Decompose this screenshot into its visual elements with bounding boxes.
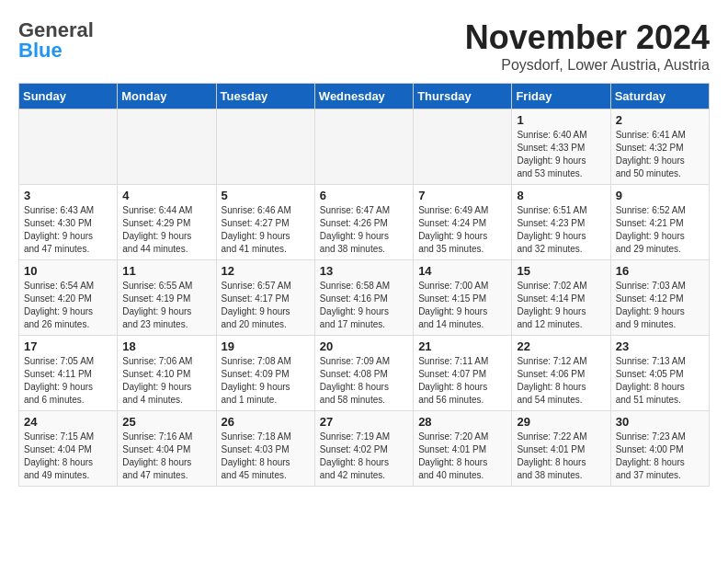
- logo: General Blue: [18, 18, 92, 63]
- day-info: Sunrise: 6:57 AM Sunset: 4:17 PM Dayligh…: [222, 280, 310, 331]
- day-info: Sunrise: 6:51 AM Sunset: 4:23 PM Dayligh…: [517, 204, 605, 256]
- calendar-table: SundayMondayTuesdayWednesdayThursdayFrid…: [18, 83, 710, 487]
- page-header: General Blue November 2024 Poysdorf, Low…: [18, 18, 710, 74]
- day-number: 13: [320, 264, 408, 278]
- header-day-wednesday: Wednesday: [314, 84, 413, 109]
- calendar-cell: 6Sunrise: 6:47 AM Sunset: 4:26 PM Daylig…: [314, 185, 413, 260]
- calendar-cell: 25Sunrise: 7:16 AM Sunset: 4:04 PM Dayli…: [118, 411, 216, 487]
- day-number: 21: [418, 339, 506, 353]
- title-section: November 2024 Poysdorf, Lower Austria, A…: [465, 18, 710, 74]
- header-day-tuesday: Tuesday: [216, 84, 314, 109]
- calendar-week-3: 10Sunrise: 6:54 AM Sunset: 4:20 PM Dayli…: [19, 260, 710, 336]
- calendar-cell: 11Sunrise: 6:55 AM Sunset: 4:19 PM Dayli…: [118, 260, 216, 336]
- calendar-cell: 9Sunrise: 6:52 AM Sunset: 4:21 PM Daylig…: [610, 185, 709, 260]
- header-day-friday: Friday: [512, 84, 610, 109]
- header-day-thursday: Thursday: [414, 84, 512, 109]
- calendar-cell: 15Sunrise: 7:02 AM Sunset: 4:14 PM Dayli…: [512, 260, 610, 336]
- day-number: 4: [122, 189, 210, 202]
- calendar-cell: 5Sunrise: 6:46 AM Sunset: 4:27 PM Daylig…: [216, 185, 314, 260]
- day-info: Sunrise: 6:55 AM Sunset: 4:19 PM Dayligh…: [122, 280, 210, 331]
- day-number: 15: [517, 264, 605, 278]
- day-info: Sunrise: 6:43 AM Sunset: 4:30 PM Dayligh…: [24, 204, 112, 256]
- day-number: 29: [517, 415, 605, 429]
- day-info: Sunrise: 7:03 AM Sunset: 4:12 PM Dayligh…: [616, 280, 704, 331]
- calendar-cell: 4Sunrise: 6:44 AM Sunset: 4:29 PM Daylig…: [118, 185, 216, 260]
- day-number: 8: [517, 189, 605, 202]
- day-number: 19: [222, 339, 310, 353]
- day-info: Sunrise: 6:58 AM Sunset: 4:16 PM Dayligh…: [320, 280, 408, 331]
- calendar-cell: [414, 109, 512, 185]
- calendar-cell: 24Sunrise: 7:15 AM Sunset: 4:04 PM Dayli…: [19, 411, 118, 487]
- header-day-monday: Monday: [118, 84, 216, 109]
- day-info: Sunrise: 7:02 AM Sunset: 4:14 PM Dayligh…: [517, 280, 605, 331]
- calendar-cell: 3Sunrise: 6:43 AM Sunset: 4:30 PM Daylig…: [19, 185, 118, 260]
- calendar-cell: 26Sunrise: 7:18 AM Sunset: 4:03 PM Dayli…: [216, 411, 314, 487]
- day-number: 7: [418, 189, 506, 202]
- calendar-cell: 14Sunrise: 7:00 AM Sunset: 4:15 PM Dayli…: [414, 260, 512, 336]
- day-number: 16: [616, 264, 704, 278]
- day-info: Sunrise: 7:19 AM Sunset: 4:02 PM Dayligh…: [320, 431, 408, 482]
- header-day-sunday: Sunday: [19, 84, 118, 109]
- day-info: Sunrise: 6:47 AM Sunset: 4:26 PM Dayligh…: [320, 204, 408, 256]
- calendar-cell: 18Sunrise: 7:06 AM Sunset: 4:10 PM Dayli…: [118, 336, 216, 411]
- calendar-cell: 29Sunrise: 7:22 AM Sunset: 4:01 PM Dayli…: [512, 411, 610, 487]
- calendar-cell: [19, 109, 118, 185]
- calendar-header-row: SundayMondayTuesdayWednesdayThursdayFrid…: [19, 84, 710, 109]
- calendar-cell: 17Sunrise: 7:05 AM Sunset: 4:11 PM Dayli…: [19, 336, 118, 411]
- day-info: Sunrise: 7:23 AM Sunset: 4:00 PM Dayligh…: [616, 431, 704, 482]
- day-info: Sunrise: 7:18 AM Sunset: 4:03 PM Dayligh…: [222, 431, 310, 482]
- day-number: 27: [320, 415, 408, 429]
- calendar-title: November 2024: [465, 18, 710, 57]
- day-info: Sunrise: 6:41 AM Sunset: 4:32 PM Dayligh…: [616, 129, 704, 180]
- calendar-week-2: 3Sunrise: 6:43 AM Sunset: 4:30 PM Daylig…: [19, 185, 710, 260]
- day-number: 3: [24, 189, 112, 202]
- day-number: 22: [517, 339, 605, 353]
- calendar-cell: 19Sunrise: 7:08 AM Sunset: 4:09 PM Dayli…: [216, 336, 314, 411]
- day-number: 23: [616, 339, 704, 353]
- day-info: Sunrise: 6:44 AM Sunset: 4:29 PM Dayligh…: [122, 204, 210, 256]
- day-info: Sunrise: 7:05 AM Sunset: 4:11 PM Dayligh…: [24, 355, 112, 407]
- calendar-cell: 2Sunrise: 6:41 AM Sunset: 4:32 PM Daylig…: [610, 109, 709, 185]
- calendar-cell: 21Sunrise: 7:11 AM Sunset: 4:07 PM Dayli…: [414, 336, 512, 411]
- day-number: 9: [616, 189, 704, 202]
- day-number: 6: [320, 189, 408, 202]
- day-info: Sunrise: 7:20 AM Sunset: 4:01 PM Dayligh…: [418, 431, 506, 482]
- day-info: Sunrise: 7:15 AM Sunset: 4:04 PM Dayligh…: [24, 431, 112, 482]
- day-info: Sunrise: 7:16 AM Sunset: 4:04 PM Dayligh…: [122, 431, 210, 482]
- calendar-cell: 28Sunrise: 7:20 AM Sunset: 4:01 PM Dayli…: [414, 411, 512, 487]
- calendar-cell: 22Sunrise: 7:12 AM Sunset: 4:06 PM Dayli…: [512, 336, 610, 411]
- calendar-cell: 8Sunrise: 6:51 AM Sunset: 4:23 PM Daylig…: [512, 185, 610, 260]
- calendar-cell: 7Sunrise: 6:49 AM Sunset: 4:24 PM Daylig…: [414, 185, 512, 260]
- calendar-week-4: 17Sunrise: 7:05 AM Sunset: 4:11 PM Dayli…: [19, 336, 710, 411]
- day-info: Sunrise: 7:22 AM Sunset: 4:01 PM Dayligh…: [517, 431, 605, 482]
- day-info: Sunrise: 7:11 AM Sunset: 4:07 PM Dayligh…: [418, 355, 506, 407]
- day-info: Sunrise: 6:46 AM Sunset: 4:27 PM Dayligh…: [222, 204, 310, 256]
- header-day-saturday: Saturday: [610, 84, 709, 109]
- day-number: 5: [222, 189, 310, 202]
- day-number: 10: [24, 264, 112, 278]
- calendar-cell: 1Sunrise: 6:40 AM Sunset: 4:33 PM Daylig…: [512, 109, 610, 185]
- calendar-cell: [118, 109, 216, 185]
- day-info: Sunrise: 7:08 AM Sunset: 4:09 PM Dayligh…: [222, 355, 310, 407]
- calendar-week-5: 24Sunrise: 7:15 AM Sunset: 4:04 PM Dayli…: [19, 411, 710, 487]
- day-number: 28: [418, 415, 506, 429]
- calendar-cell: 10Sunrise: 6:54 AM Sunset: 4:20 PM Dayli…: [19, 260, 118, 336]
- day-info: Sunrise: 7:06 AM Sunset: 4:10 PM Dayligh…: [122, 355, 210, 407]
- day-number: 2: [616, 113, 704, 127]
- day-number: 30: [616, 415, 704, 429]
- day-info: Sunrise: 7:09 AM Sunset: 4:08 PM Dayligh…: [320, 355, 408, 407]
- day-info: Sunrise: 7:00 AM Sunset: 4:15 PM Dayligh…: [418, 280, 506, 331]
- calendar-week-1: 1Sunrise: 6:40 AM Sunset: 4:33 PM Daylig…: [19, 109, 710, 185]
- calendar-cell: 13Sunrise: 6:58 AM Sunset: 4:16 PM Dayli…: [314, 260, 413, 336]
- calendar-cell: 23Sunrise: 7:13 AM Sunset: 4:05 PM Dayli…: [610, 336, 709, 411]
- day-info: Sunrise: 7:13 AM Sunset: 4:05 PM Dayligh…: [616, 355, 704, 407]
- day-number: 1: [517, 113, 605, 127]
- day-number: 14: [418, 264, 506, 278]
- day-number: 25: [122, 415, 210, 429]
- calendar-cell: 27Sunrise: 7:19 AM Sunset: 4:02 PM Dayli…: [314, 411, 413, 487]
- day-number: 17: [24, 339, 112, 353]
- calendar-cell: 30Sunrise: 7:23 AM Sunset: 4:00 PM Dayli…: [610, 411, 709, 487]
- calendar-cell: 16Sunrise: 7:03 AM Sunset: 4:12 PM Dayli…: [610, 260, 709, 336]
- day-info: Sunrise: 6:40 AM Sunset: 4:33 PM Dayligh…: [517, 129, 605, 180]
- calendar-cell: 20Sunrise: 7:09 AM Sunset: 4:08 PM Dayli…: [314, 336, 413, 411]
